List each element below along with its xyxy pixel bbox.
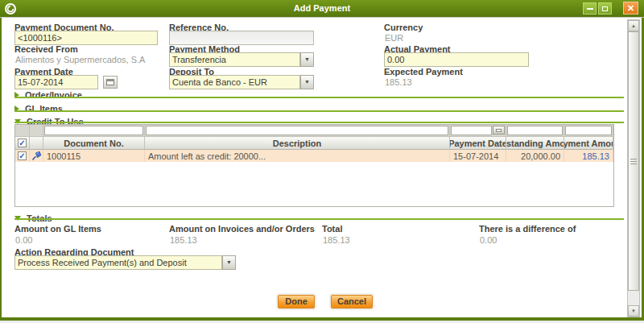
maximize-button[interactable] — [598, 2, 612, 14]
chevron-down-icon: ▼ — [226, 259, 232, 265]
column-header-payment-amount[interactable]: Payment Amount — [564, 137, 613, 150]
payment-amount-filter-input[interactable] — [565, 126, 612, 135]
minimize-button[interactable] — [583, 2, 597, 14]
filter-cell-payment-amount — [564, 125, 613, 137]
amount-invoices-label: Amount on Invoices and/or Orders — [169, 224, 315, 234]
cell-description: Amount left as credit: 20000... — [145, 150, 450, 162]
outstanding-filter-input[interactable] — [507, 126, 563, 135]
actual-payment-input[interactable] — [384, 52, 529, 67]
section-gl-items[interactable]: GL Items — [14, 101, 63, 110]
calendar-picker-button[interactable] — [103, 76, 118, 89]
done-button[interactable]: Done — [278, 295, 315, 309]
cancel-button[interactable]: Cancel — [331, 295, 373, 309]
difference-label: There is a difference of — [479, 224, 576, 234]
action-regarding-document-input[interactable] — [14, 255, 222, 270]
dialog-titlebar: Add Payment ✕ — [0, 0, 644, 18]
document-no-filter-input[interactable] — [44, 126, 143, 135]
description-filter-input[interactable] — [146, 126, 448, 135]
expected-payment-value: 185.13 — [385, 77, 412, 87]
cell-outstanding-amount: 20,000.00 — [506, 150, 564, 162]
deposit-to-input[interactable] — [169, 75, 300, 89]
payment-method-combo: ▼ — [169, 52, 314, 67]
section-divider — [14, 218, 624, 220]
action-regarding-document-combo: ▼ — [14, 255, 236, 270]
grid-filter-row — [15, 125, 613, 137]
credit-row[interactable]: ✓ 1000115 Amount left as credit: 20000..… — [15, 150, 613, 162]
scroll-up-button[interactable]: ▲ — [628, 20, 639, 31]
row-checkbox[interactable]: ✓ — [18, 151, 27, 160]
maximize-icon — [602, 6, 608, 11]
total-label: Total — [322, 224, 342, 234]
row-icon-cell — [30, 150, 43, 162]
dialog-title: Add Payment — [0, 3, 644, 13]
reference-no-input[interactable] — [169, 31, 314, 45]
cell-payment-date: 15-07-2014 — [450, 150, 506, 162]
section-divider — [14, 97, 624, 98]
received-from-label: Received From — [14, 44, 78, 54]
filter-cell-icon — [30, 125, 43, 137]
currency-value: EUR — [385, 33, 403, 43]
pin-icon — [31, 151, 42, 161]
column-header-description[interactable]: Description — [145, 137, 450, 150]
chevron-down-icon: ▼ — [304, 56, 310, 62]
filter-cell-description — [145, 125, 450, 137]
scroll-down-button[interactable]: ▼ — [628, 305, 639, 317]
section-order-invoice[interactable]: Order/Invoice — [14, 87, 82, 97]
filter-cell-outstanding — [506, 125, 564, 137]
credit-to-use-grid: ✓ Document No. Description Payment Date … — [14, 124, 614, 207]
window-border-left — [0, 18, 2, 323]
payment-document-no-input[interactable] — [14, 31, 158, 45]
cell-document-no: 1000115 — [43, 150, 145, 162]
amount-gl-items-value: 0.00 — [15, 235, 32, 245]
calendar-icon — [106, 79, 114, 85]
select-all-checkbox[interactable]: ✓ — [18, 139, 27, 147]
filter-cell-payment-date — [450, 125, 506, 137]
deposit-to-dropdown-button[interactable]: ▼ — [300, 75, 314, 89]
filter-cell-document-no — [43, 125, 145, 137]
column-header-outstanding-amount[interactable]: Outstanding Amount — [506, 137, 564, 150]
scrollbar-thumb[interactable] — [628, 31, 639, 291]
payment-date-filter-input[interactable] — [451, 126, 492, 135]
filter-cell-checkbox — [15, 125, 30, 137]
column-header-payment-date[interactable]: Payment Date — [450, 137, 506, 150]
add-payment-dialog: Add Payment ✕ Payment Document No. Refer… — [0, 0, 644, 323]
minimize-icon — [587, 8, 593, 10]
close-button[interactable]: ✕ — [623, 2, 638, 14]
action-dropdown-button[interactable]: ▼ — [222, 255, 236, 270]
payment-method-dropdown-button[interactable]: ▼ — [300, 52, 314, 67]
amount-invoices-value: 185.13 — [170, 235, 197, 245]
expected-payment-label: Expected Payment — [384, 67, 463, 77]
filter-funnel-icon — [496, 129, 502, 132]
total-value: 185.13 — [323, 235, 350, 245]
icon-header-cell — [30, 137, 43, 150]
filter-options-button[interactable] — [493, 126, 505, 135]
cell-payment-amount: 185.13 — [564, 150, 613, 162]
select-all-header-cell: ✓ — [15, 137, 30, 150]
column-header-document-no[interactable]: Document No. — [43, 137, 145, 150]
section-divider — [14, 122, 624, 123]
chevron-down-icon: ▼ — [304, 79, 310, 85]
vertical-scrollbar[interactable]: ▲ ▼ — [627, 19, 640, 317]
difference-value: 0.00 — [480, 235, 497, 245]
section-divider — [14, 110, 624, 112]
amount-gl-items-label: Amount on GL Items — [14, 224, 101, 234]
currency-label: Currency — [384, 23, 423, 32]
payment-amount-link[interactable]: 185.13 — [582, 151, 609, 161]
grid-header-row: ✓ Document No. Description Payment Date … — [15, 137, 613, 150]
deposit-to-combo: ▼ — [169, 75, 314, 89]
scrollbar-grip-icon — [630, 161, 637, 162]
received-from-value: Alimentos y Supermercados, S.A — [15, 55, 145, 64]
payment-method-input[interactable] — [169, 52, 300, 67]
row-select-cell: ✓ — [15, 150, 30, 162]
